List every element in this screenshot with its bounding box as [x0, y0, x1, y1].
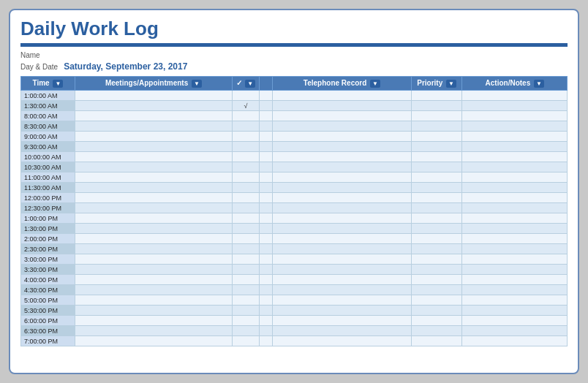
td-action[interactable] [462, 254, 568, 265]
td-action[interactable] [462, 172, 568, 183]
td-priority[interactable] [411, 162, 462, 172]
td-check[interactable] [233, 244, 260, 254]
td-action[interactable] [462, 132, 568, 142]
td-check[interactable] [233, 336, 260, 346]
td-action[interactable] [462, 326, 568, 336]
td-action[interactable] [462, 91, 568, 101]
td-meetings[interactable] [75, 172, 232, 183]
td-check[interactable] [233, 162, 260, 172]
td-meetings[interactable] [75, 326, 232, 336]
td-phone[interactable] [273, 111, 412, 121]
td-priority[interactable] [411, 172, 462, 183]
th-check[interactable]: ✓ ▼ [233, 77, 260, 91]
td-phone[interactable] [273, 183, 412, 193]
td-check[interactable] [233, 234, 260, 244]
td-priority[interactable] [411, 152, 462, 162]
td-meetings[interactable] [75, 132, 232, 142]
td-action[interactable] [462, 121, 568, 132]
td-meetings[interactable] [75, 142, 232, 152]
td-priority[interactable] [411, 132, 462, 142]
td-priority[interactable] [411, 275, 462, 285]
td-phone[interactable] [273, 285, 412, 295]
td-phone[interactable] [273, 316, 412, 326]
td-phone[interactable] [273, 265, 412, 275]
td-check[interactable] [233, 224, 260, 234]
td-check[interactable] [233, 254, 260, 265]
td-check[interactable] [233, 172, 260, 183]
td-priority[interactable] [411, 193, 462, 203]
td-phone[interactable] [273, 254, 412, 265]
td-action[interactable] [462, 162, 568, 172]
td-priority[interactable] [411, 326, 462, 336]
td-action[interactable] [462, 101, 568, 111]
td-phone[interactable] [273, 152, 412, 162]
td-meetings[interactable] [75, 285, 232, 295]
td-phone[interactable] [273, 224, 412, 234]
td-action[interactable] [462, 285, 568, 295]
td-check[interactable] [233, 142, 260, 152]
td-check[interactable] [233, 306, 260, 316]
td-priority[interactable] [411, 316, 462, 326]
td-phone[interactable] [273, 172, 412, 183]
td-check[interactable] [233, 316, 260, 326]
td-priority[interactable] [411, 142, 462, 152]
td-action[interactable] [462, 213, 568, 224]
td-phone[interactable] [273, 101, 412, 111]
priority-dropdown-arrow[interactable]: ▼ [446, 80, 456, 88]
td-meetings[interactable] [75, 244, 232, 254]
td-meetings[interactable] [75, 111, 232, 121]
td-priority[interactable] [411, 101, 462, 111]
td-check[interactable] [233, 295, 260, 306]
td-phone[interactable] [273, 203, 412, 213]
td-check[interactable] [233, 183, 260, 193]
td-meetings[interactable] [75, 275, 232, 285]
td-priority[interactable] [411, 224, 462, 234]
td-priority[interactable] [411, 336, 462, 346]
td-phone[interactable] [273, 306, 412, 316]
td-phone[interactable] [273, 295, 412, 306]
td-meetings[interactable] [75, 121, 232, 132]
td-priority[interactable] [411, 183, 462, 193]
td-priority[interactable] [411, 265, 462, 275]
td-meetings[interactable] [75, 213, 232, 224]
td-meetings[interactable] [75, 265, 232, 275]
td-action[interactable] [462, 111, 568, 121]
check-dropdown-arrow[interactable]: ▼ [245, 80, 255, 88]
td-phone[interactable] [273, 244, 412, 254]
td-meetings[interactable] [75, 162, 232, 172]
td-priority[interactable] [411, 213, 462, 224]
td-meetings[interactable] [75, 224, 232, 234]
td-check[interactable] [233, 152, 260, 162]
td-meetings[interactable] [75, 193, 232, 203]
td-priority[interactable] [411, 295, 462, 306]
td-meetings[interactable] [75, 234, 232, 244]
td-phone[interactable] [273, 193, 412, 203]
td-check[interactable] [233, 275, 260, 285]
td-meetings[interactable] [75, 295, 232, 306]
td-action[interactable] [462, 316, 568, 326]
td-check[interactable] [233, 326, 260, 336]
th-action[interactable]: Action/Notes ▼ [462, 77, 568, 91]
td-meetings[interactable] [75, 91, 232, 101]
td-check[interactable]: √ [233, 101, 260, 111]
td-check[interactable] [233, 91, 260, 101]
td-phone[interactable] [273, 275, 412, 285]
th-time[interactable]: Time ▼ [21, 77, 75, 91]
td-phone[interactable] [273, 213, 412, 224]
td-action[interactable] [462, 244, 568, 254]
td-meetings[interactable] [75, 316, 232, 326]
th-meetings[interactable]: Meetings/Appointments ▼ [75, 77, 232, 91]
td-meetings[interactable] [75, 306, 232, 316]
action-dropdown-arrow[interactable]: ▼ [534, 80, 544, 88]
td-check[interactable] [233, 265, 260, 275]
td-priority[interactable] [411, 306, 462, 316]
td-check[interactable] [233, 203, 260, 213]
td-phone[interactable] [273, 132, 412, 142]
td-phone[interactable] [273, 234, 412, 244]
td-action[interactable] [462, 306, 568, 316]
td-action[interactable] [462, 234, 568, 244]
td-meetings[interactable] [75, 336, 232, 346]
td-phone[interactable] [273, 121, 412, 132]
td-priority[interactable] [411, 203, 462, 213]
td-phone[interactable] [273, 326, 412, 336]
